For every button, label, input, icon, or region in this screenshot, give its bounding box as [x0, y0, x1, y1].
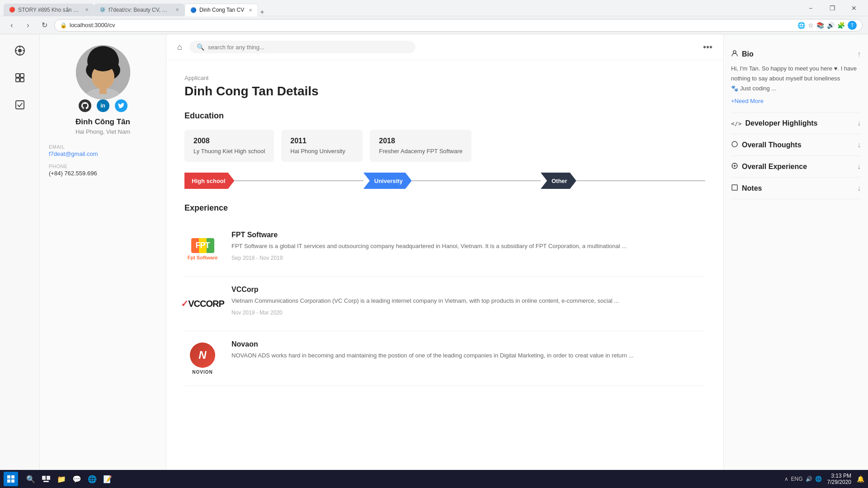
- sidebar-logo-icon[interactable]: [11, 42, 29, 60]
- fpt-logo: FPT Fpt Software: [184, 231, 221, 267]
- svg-point-1: [18, 49, 22, 52]
- taskbar-lang: ENG: [791, 476, 803, 482]
- edu-card-1: 2011 Hai Phong University: [281, 130, 363, 162]
- fpt-label: Fpt Software: [188, 255, 218, 260]
- forward-button[interactable]: ›: [22, 19, 34, 32]
- profile-phone: (+84) 762.559.696: [49, 170, 157, 177]
- close-button[interactable]: ✕: [844, 0, 864, 16]
- fpt-details: FPT Software FPT Software is a global IT…: [231, 231, 705, 267]
- profile-info: Email f7deat@gmail.com Phone (+84) 762.5…: [49, 144, 157, 183]
- bookmark-icon[interactable]: ☆: [808, 22, 814, 29]
- taskbar-search-icon[interactable]: 🔍: [24, 472, 38, 486]
- tab-2[interactable]: ⚙️ f7deat/cv: Beauty CV, Resume o... ✕: [94, 4, 184, 16]
- avatar: [76, 45, 130, 99]
- exp-item-vccorp: ✓VCCORP VCCorp Vietnam Communications Co…: [184, 277, 705, 331]
- vccorp-date: Nov 2019 - Mar 2020: [231, 310, 705, 316]
- home-icon[interactable]: ⌂: [177, 42, 182, 52]
- top-bar-menu-icon[interactable]: •••: [703, 42, 712, 52]
- profile-email[interactable]: f7deat@gmail.com: [49, 150, 157, 157]
- reload-button[interactable]: ↻: [38, 19, 51, 32]
- vccorp-details: VCCorp Vietnam Communications Corporatio…: [231, 286, 705, 322]
- svg-rect-9: [20, 78, 24, 82]
- media-icon[interactable]: 🔊: [827, 22, 835, 29]
- novaon-details: Novaon NOVAON ADS works hard in becoming…: [231, 340, 705, 376]
- svg-point-21: [734, 165, 736, 167]
- twitter-icon[interactable]: [115, 99, 127, 112]
- email-label: Email: [49, 144, 157, 150]
- svg-rect-29: [7, 479, 10, 483]
- tab-1-close[interactable]: ✕: [85, 7, 89, 12]
- notes-header[interactable]: Notes ↓: [731, 184, 861, 192]
- svg-rect-30: [11, 479, 14, 483]
- search-input[interactable]: [208, 44, 408, 51]
- profile-sidebar: in Đinh Công Tân Hai Phong, Viet Nam Ema…: [40, 34, 166, 488]
- new-tab-button[interactable]: +: [260, 8, 264, 16]
- linkedin-icon[interactable]: in: [97, 99, 109, 112]
- edu-name-1: Hai Phong University: [290, 148, 354, 155]
- developer-highlights-header[interactable]: </> Developer Highlights ↓: [731, 119, 861, 127]
- overall-experience-title: Overall Experience: [731, 162, 807, 171]
- github-icon[interactable]: [79, 99, 91, 112]
- fpt-company: FPT Software: [231, 231, 705, 239]
- taskbar-notification-bell[interactable]: 🔔: [857, 475, 864, 483]
- address-bar[interactable]: 🔒 localhost:3000/cv 🌐 ☆ 📚 🔊 🧩 T: [54, 19, 863, 32]
- collection-icon[interactable]: 📚: [816, 22, 824, 29]
- bio-section: Bio ↑ Hi, I'm Tan. So happy to meet you …: [731, 43, 861, 113]
- svg-rect-26: [732, 185, 737, 190]
- taskbar-skype-icon[interactable]: 💬: [70, 472, 84, 486]
- profile-icon[interactable]: T: [848, 21, 857, 30]
- sidebar-grid-icon[interactable]: [11, 69, 29, 87]
- taskbar-network-icon[interactable]: 🌐: [815, 476, 822, 482]
- tab-bar: 🔴 STORY #895 Kho sản phẩm - Go... ✕ ⚙️ f…: [4, 0, 264, 16]
- main-content: ⌂ 🔍 ••• Applicant Dinh Cong Tan Details …: [166, 34, 723, 488]
- bio-expand-icon[interactable]: ↑: [857, 50, 861, 58]
- notes-section: Notes ↓: [731, 178, 861, 199]
- taskbar-volume-icon[interactable]: 🔊: [806, 476, 812, 482]
- developer-highlights-expand-icon[interactable]: ↓: [857, 119, 861, 127]
- timeline-high-school[interactable]: High school: [184, 173, 234, 189]
- minimize-button[interactable]: −: [800, 0, 821, 16]
- timeline-university[interactable]: University: [363, 173, 412, 189]
- tab-3[interactable]: 🔵 Dinh Cong Tan CV ✕: [184, 4, 258, 16]
- search-icon: 🔍: [197, 43, 204, 51]
- taskbar-task-view-icon[interactable]: [39, 472, 53, 486]
- address-text: localhost:3000/cv: [70, 22, 115, 28]
- svg-rect-10: [16, 101, 24, 109]
- translate-icon[interactable]: 🌐: [797, 22, 805, 29]
- timeline-other[interactable]: Other: [541, 173, 576, 189]
- education-section-title: Education: [184, 111, 705, 121]
- profile-location: Hai Phong, Viet Nam: [75, 128, 130, 135]
- edu-card-2: 2018 Fresher Adacemy FPT Software: [370, 130, 472, 162]
- back-button[interactable]: ‹: [5, 19, 18, 32]
- tab-1[interactable]: 🔴 STORY #895 Kho sản phẩm - Go... ✕: [4, 4, 94, 16]
- tab-3-close[interactable]: ✕: [249, 8, 252, 13]
- page-title: Dinh Cong Tan Details: [184, 84, 705, 99]
- restore-button[interactable]: ❐: [822, 0, 843, 16]
- overall-experience-expand-icon[interactable]: ↓: [857, 163, 861, 171]
- app-layout: ⋮: [0, 34, 868, 488]
- tab-2-close[interactable]: ✕: [175, 7, 179, 12]
- overall-experience-header[interactable]: Overall Experience ↓: [731, 162, 861, 171]
- taskbar-chrome-icon[interactable]: 🌐: [85, 472, 99, 486]
- lock-icon: 🔒: [60, 22, 67, 28]
- sidebar-check-icon[interactable]: [11, 96, 29, 114]
- overall-thoughts-icon: [731, 141, 738, 149]
- bio-section-header[interactable]: Bio ↑: [731, 50, 861, 58]
- developer-highlights-title: </> Developer Highlights: [731, 119, 818, 127]
- developer-highlights-section: </> Developer Highlights ↓: [731, 113, 861, 134]
- search-bar[interactable]: 🔍: [189, 41, 415, 53]
- overall-thoughts-header[interactable]: Overall Thoughts ↓: [731, 141, 861, 149]
- edu-year-2: 2018: [379, 137, 462, 145]
- taskbar-vscode-icon[interactable]: 📝: [100, 472, 115, 486]
- phone-label: Phone: [49, 164, 157, 169]
- notes-expand-icon[interactable]: ↓: [857, 184, 861, 192]
- start-button[interactable]: [4, 472, 18, 486]
- taskbar-files-icon[interactable]: 📁: [54, 472, 69, 486]
- taskbar-up-arrow[interactable]: ∧: [784, 476, 788, 482]
- overall-thoughts-expand-icon[interactable]: ↓: [857, 141, 861, 149]
- extensions-icon[interactable]: 🧩: [837, 22, 845, 29]
- taskbar-apps: 🔍 📁 💬 🌐 📝: [24, 472, 115, 486]
- svg-rect-17: [99, 86, 107, 94]
- bio-more-link[interactable]: +Need More: [731, 96, 861, 106]
- svg-rect-32: [47, 476, 50, 480]
